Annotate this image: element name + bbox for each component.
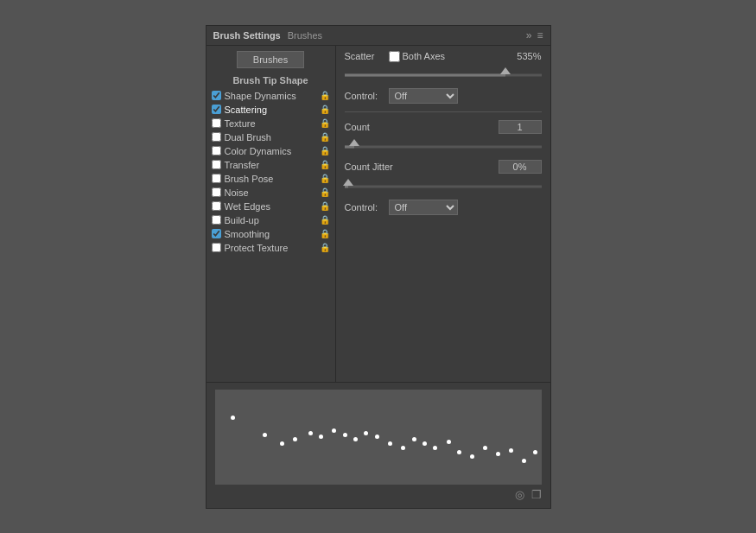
count-jitter-slider[interactable] xyxy=(345,181,542,193)
sidebar-checkbox-2[interactable] xyxy=(212,118,221,128)
count-jitter-label: Count Jitter xyxy=(345,162,493,172)
sidebar-label-2: Texture xyxy=(225,118,316,129)
preview-dot xyxy=(332,428,336,433)
sidebar-label-5: Transfer xyxy=(225,160,316,170)
eye-icon[interactable]: ◎ xyxy=(515,488,524,501)
lock-icon-11: 🔒 xyxy=(320,243,330,252)
preview-dot xyxy=(433,446,437,450)
preview-dot xyxy=(263,433,267,437)
sidebar-item-color-dynamics[interactable]: Color Dynamics 🔒 xyxy=(206,144,335,158)
sidebar-label-0: Shape Dynamics xyxy=(225,91,316,101)
copy-icon[interactable]: ❐ xyxy=(531,488,542,501)
preview-dot xyxy=(401,446,405,450)
lock-icon-1: 🔒 xyxy=(320,105,330,114)
preview-dot xyxy=(375,435,379,439)
sidebar: Brushes Brush Tip Shape Shape Dynamics 🔒… xyxy=(206,46,336,382)
sidebar-item-wet-edges[interactable]: Wet Edges 🔒 xyxy=(206,200,335,213)
both-axes-checkbox-group[interactable]: Both Axes xyxy=(389,51,446,62)
control2-label: Control: xyxy=(345,202,384,213)
preview-dot xyxy=(533,450,537,454)
preview-dot xyxy=(280,441,284,446)
count-slider-thumb[interactable] xyxy=(349,139,359,146)
count-slider[interactable] xyxy=(345,141,542,153)
preview-footer: ◎ ❐ xyxy=(215,485,542,501)
scatter-slider-thumb[interactable] xyxy=(500,67,511,74)
scatter-label: Scatter xyxy=(345,51,384,61)
sidebar-item-smoothing[interactable]: Smoothing 🔒 xyxy=(206,227,335,241)
scatter-value: 535% xyxy=(517,51,541,61)
sidebar-checkbox-9[interactable] xyxy=(212,215,221,225)
sidebar-checkbox-10[interactable] xyxy=(212,229,221,238)
panel-header: Brush Settings Brushes » ≡ xyxy=(206,26,550,46)
sidebar-item-brush-pose[interactable]: Brush Pose 🔒 xyxy=(206,172,335,186)
sidebar-items: Shape Dynamics 🔒 Scattering 🔒 Texture 🔒 … xyxy=(206,89,335,255)
sidebar-item-transfer[interactable]: Transfer 🔒 xyxy=(206,158,335,172)
preview-dot xyxy=(343,433,347,437)
preview-dot xyxy=(496,452,500,456)
count-jitter-row: Count Jitter xyxy=(345,160,542,174)
scatter-row: Scatter Both Axes 535% xyxy=(345,51,542,62)
lock-icon-2: 🔒 xyxy=(320,118,330,128)
control1-select[interactable]: Off xyxy=(389,88,458,104)
control2-row: Control: Off xyxy=(345,200,542,215)
sidebar-label-6: Brush Pose xyxy=(225,174,316,184)
lock-icon-0: 🔒 xyxy=(320,91,330,100)
panel-tab[interactable]: Brushes xyxy=(288,30,322,41)
sidebar-item-dual-brush[interactable]: Dual Brush 🔒 xyxy=(206,130,335,144)
menu-icon[interactable]: ≡ xyxy=(537,29,543,41)
sidebar-item-scattering[interactable]: Scattering 🔒 xyxy=(206,103,335,117)
sidebar-checkbox-4[interactable] xyxy=(212,146,221,155)
sidebar-checkbox-11[interactable] xyxy=(212,243,221,252)
brushes-button[interactable]: Brushes xyxy=(237,51,304,68)
preview-dot xyxy=(364,431,368,435)
sidebar-checkbox-0[interactable] xyxy=(212,91,221,100)
count-input[interactable] xyxy=(499,120,542,134)
preview-dot xyxy=(509,448,513,453)
count-row: Count xyxy=(345,120,542,134)
sidebar-item-shape-dynamics[interactable]: Shape Dynamics 🔒 xyxy=(206,89,335,103)
preview-canvas xyxy=(215,390,542,485)
both-axes-checkbox[interactable] xyxy=(389,51,400,62)
preview-area: ◎ ❐ xyxy=(206,382,550,508)
sidebar-checkbox-7[interactable] xyxy=(212,187,221,197)
lock-icon-5: 🔒 xyxy=(320,160,330,169)
collapse-icon[interactable]: » xyxy=(526,29,532,41)
sidebar-checkbox-5[interactable] xyxy=(212,160,221,169)
sidebar-label-4: Color Dynamics xyxy=(225,146,316,156)
sidebar-label-11: Protect Texture xyxy=(225,243,316,253)
settings-content: Scatter Both Axes 535% Control: Off xyxy=(336,46,550,382)
sidebar-label-7: Noise xyxy=(225,187,316,198)
sidebar-checkbox-3[interactable] xyxy=(212,132,221,142)
sidebar-item-noise[interactable]: Noise 🔒 xyxy=(206,186,335,200)
both-axes-label: Both Axes xyxy=(403,51,446,61)
preview-dot xyxy=(483,446,487,450)
sidebar-label-9: Build-up xyxy=(225,215,316,225)
preview-dot xyxy=(457,450,461,454)
count-slider-track xyxy=(345,145,542,148)
count-jitter-slider-thumb[interactable] xyxy=(343,179,353,186)
sidebar-item-build-up[interactable]: Build-up 🔒 xyxy=(206,213,335,227)
panel-header-icons: » ≡ xyxy=(526,29,543,41)
sidebar-checkbox-6[interactable] xyxy=(212,174,221,183)
panel-body: Brushes Brush Tip Shape Shape Dynamics 🔒… xyxy=(206,46,550,382)
brush-settings-panel: Brush Settings Brushes » ≡ Brushes Brush… xyxy=(206,25,551,509)
preview-dot xyxy=(293,437,297,441)
control1-row: Control: Off xyxy=(345,88,542,104)
lock-icon-9: 🔒 xyxy=(320,215,330,225)
sidebar-label-1: Scattering xyxy=(225,105,316,115)
control2-select[interactable]: Off xyxy=(389,200,458,215)
sidebar-item-protect-texture[interactable]: Protect Texture 🔒 xyxy=(206,241,335,255)
sidebar-checkbox-8[interactable] xyxy=(212,201,221,211)
count-label: Count xyxy=(345,122,493,132)
scatter-slider[interactable] xyxy=(345,69,542,81)
scatter-slider-fill xyxy=(345,73,506,76)
panel-title: Brush Settings xyxy=(213,30,281,41)
sidebar-checkbox-1[interactable] xyxy=(212,105,221,114)
sidebar-item-texture[interactable]: Texture 🔒 xyxy=(206,117,335,130)
count-jitter-input[interactable] xyxy=(499,160,542,174)
preview-dot xyxy=(353,437,358,441)
lock-icon-6: 🔒 xyxy=(320,174,330,183)
count-jitter-slider-track xyxy=(345,185,542,187)
preview-dot xyxy=(522,459,526,463)
preview-dot xyxy=(412,437,416,441)
